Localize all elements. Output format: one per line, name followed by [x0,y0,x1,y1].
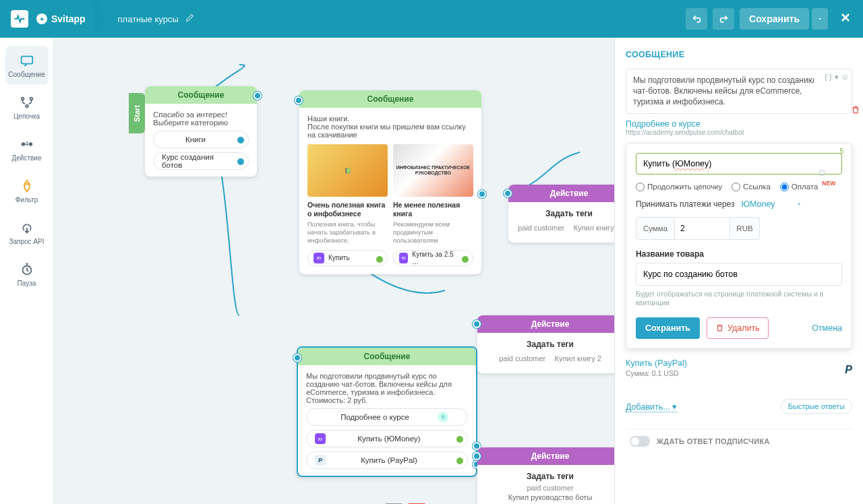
tool-sidebar: Сообщение Цепочка Действие Фильтр Запрос… [0,38,54,504]
link-icon: ⎘ [438,412,448,422]
input-port[interactable] [295,96,303,104]
card-item: ИНФОБИЗНЕС ПРАКТИЧЕСКОЕ РУКОВОДСТВО Не м… [393,144,473,266]
save-button[interactable]: Сохранить [740,8,809,30]
svg-point-1 [21,97,24,100]
paypal-icon: P [845,364,852,376]
svg-point-4 [22,143,24,146]
save-options-button[interactable] [812,8,828,30]
flow-title[interactable]: платные курсы [118,14,179,24]
caret-down-icon[interactable]: ▾ [835,72,839,82]
card-subtitle: Рекомендуем всем продвинутым пользовател… [393,220,473,245]
input-port[interactable] [473,452,481,460]
node-text: Мы подготовили продвинутый курс по созда… [306,372,468,404]
node-header: Сообщение [299,90,481,108]
tool-label: Действие [12,154,42,162]
product-name-input[interactable] [636,263,842,286]
yoomoney-icon: ю [314,253,324,263]
quick-replies-button[interactable]: Быстрые ответы [781,399,852,414]
emoji-icon[interactable]: ☺ [841,72,849,82]
wait-reply-toggle[interactable] [630,436,650,447]
undo-button[interactable] [686,8,707,30]
output-port[interactable] [478,190,486,198]
tool-label: Пауза [18,280,36,287]
card-buy-button[interactable]: юКупить за 2.5 … [393,250,473,266]
tool-pause[interactable]: Пауза [5,255,49,294]
node-start-message[interactable]: Start Сообщение Спасибо за интерес! Выбе… [145,86,257,177]
tag-value: Купил книгу 2 [555,354,601,363]
radio-continue[interactable]: Продолжить цепочку [636,183,722,191]
amount-input[interactable] [675,217,730,240]
button-editor-popover: 5 Купить (ЮMoney) ☺ Продолжить цепочку С… [626,143,852,349]
message-textarea[interactable]: Мы подготовили продвинутый курс по созда… [626,69,852,114]
edit-title-icon[interactable] [185,13,194,25]
tag-value: Купил книгу 1 [574,224,620,232]
tag-value: paid customer [485,484,615,492]
popover-save-button[interactable]: Сохранить [636,317,700,339]
close-button[interactable] [839,11,852,27]
tool-action[interactable]: Действие [5,129,49,168]
node-button[interactable]: Книги [153,131,249,148]
wait-reply-label: ЖДАТЬ ОТВЕТ ПОДПИСЧИКА [657,437,770,445]
radio-payment[interactable]: ОплатаNEW [780,183,834,191]
card-title: Очень полезная книга о инфобизнесе [307,201,388,218]
card-image: 📗 [307,144,388,197]
card-buy-button[interactable]: юКупить [307,250,388,266]
node-action-tags-3[interactable]: Действие Задать теги paid customer Купил… [477,447,623,504]
tool-api[interactable]: Запрос API [5,213,49,252]
topbar: ✦ Svitapp платные курсы Сохранить [0,0,863,38]
input-port[interactable] [504,189,512,197]
node-text: Выберите категорию [153,119,249,127]
button-row-paypal[interactable]: Купить (PayPal) Сумма: 0.1 USD P [626,358,852,377]
node-action-tags-1[interactable]: Действие Задать теги paid customer Купил… [508,185,630,243]
emoji-icon[interactable]: ☺ [817,166,827,178]
pay-via-label: Принимать платежи через [636,199,734,209]
product-hint: Будет отображаться на странице платежной… [636,290,842,308]
input-port[interactable] [293,354,301,362]
node-button-pay-paypal[interactable]: PКупить (PayPal) [306,451,468,469]
output-port[interactable] [254,92,262,100]
tag-value: paid customer [518,224,564,232]
card-subtitle: Полезная книга, чтобы начать зарабатыват… [307,220,388,245]
node-button[interactable]: Курс создания ботов [153,152,249,170]
bot-name[interactable]: Svitapp [51,13,86,24]
new-badge: NEW [822,180,835,187]
node-message-course-selected[interactable]: Сообщение Мы подготовили продвинутый кур… [297,346,477,477]
tool-filter[interactable]: Фильтр [5,171,49,210]
node-action-tags-2[interactable]: Действие Задать теги paid customer Купил… [477,315,623,373]
tool-message[interactable]: Сообщение [5,46,49,85]
node-header: Сообщение [145,86,257,104]
app-logo[interactable] [11,10,28,28]
radio-link[interactable]: Ссылка [732,183,771,191]
button-row-link[interactable]: Подробнее о курсе [626,119,852,129]
paypal-icon: P [315,455,326,466]
action-title: Задать теги [516,209,622,218]
delete-block-icon[interactable] [851,105,860,117]
button-label-input[interactable]: Купить (ЮMoney) [636,153,842,175]
popover-cancel-link[interactable]: Отмена [812,323,842,333]
redo-button[interactable] [713,8,734,30]
tool-label: Сообщение [8,71,44,78]
node-button-link[interactable]: Подробнее о курсе⎘ [306,408,468,426]
breadcrumb-separator [95,0,109,38]
node-button-pay-yoomoney[interactable]: юКупить (ЮMoney) [306,430,468,447]
properties-panel: СООБЩЕНИЕ Мы подготовили продвинутый кур… [614,38,863,504]
popover-delete-button[interactable]: Удалить [707,317,769,339]
messenger-icon: ✦ [36,13,47,24]
add-element-link[interactable]: Добавить... ▾ [626,402,677,412]
panel-title: СООБЩЕНИЕ [626,50,852,59]
tag-value: Купил руководство боты [485,493,615,501]
node-message-books[interactable]: Сообщение Наши книги. После покупки книг… [299,90,481,274]
tool-label: Фильтр [16,196,38,203]
payment-provider-select[interactable]: ЮMoney [741,199,802,209]
tool-flow[interactable]: Цепочка [5,88,49,127]
product-name-label: Название товара [636,249,842,259]
node-header: Действие [477,447,623,465]
svg-point-3 [26,104,28,107]
button-url: https://academy.sendpulse.com/chatbot [626,129,852,136]
card-title: Не менее полезная книга [393,201,473,218]
yoomoney-icon: ю [399,253,408,263]
input-port[interactable] [473,320,481,328]
svg-rect-0 [21,56,32,63]
vars-icon[interactable]: { } [825,72,831,82]
start-badge: Start [129,93,145,133]
